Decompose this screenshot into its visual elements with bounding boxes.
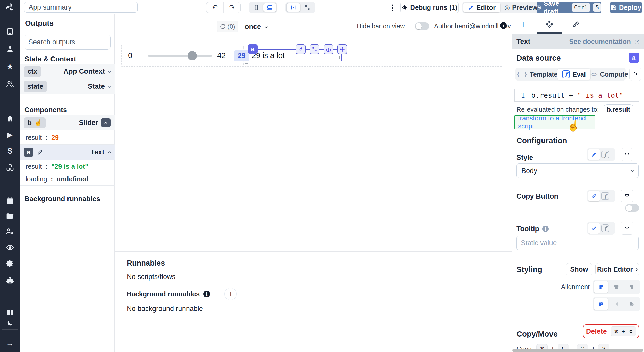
refresh-button[interactable]: (0) xyxy=(217,21,238,32)
search-outputs-input[interactable] xyxy=(24,35,111,50)
tab-preview[interactable]: ◎ Preview xyxy=(500,3,541,12)
align-bottom-icon[interactable] xyxy=(625,298,639,310)
windmill-logo[interactable] xyxy=(5,3,15,12)
style-select[interactable]: Body xyxy=(516,163,639,178)
connect-tooltip-plug-button[interactable] xyxy=(621,222,633,235)
desktop-view-icon[interactable] xyxy=(263,3,276,12)
folders-icon[interactable] xyxy=(6,212,14,220)
delete-component-button[interactable]: Delete ⌘ + ⌫ xyxy=(583,324,639,338)
slider-component[interactable]: 0 42 29 xyxy=(123,46,244,65)
add-background-runnable-button[interactable]: + xyxy=(224,288,237,300)
eval-function-icon[interactable]: ƒ xyxy=(601,192,609,200)
slider-badge-group: b ☝ xyxy=(24,117,46,128)
align-right-icon[interactable] xyxy=(625,281,639,293)
app-summary-input[interactable] xyxy=(24,2,138,13)
align-top-icon[interactable] xyxy=(594,298,608,310)
info-icon[interactable]: i xyxy=(203,291,210,297)
ctx-badge: ctx xyxy=(24,66,41,77)
tab-theme[interactable] xyxy=(570,19,582,30)
static-pencil-icon[interactable] xyxy=(588,223,600,234)
connect-input-plug-button[interactable] xyxy=(629,68,641,81)
workspace-icon[interactable] xyxy=(6,28,14,35)
see-documentation-link[interactable]: See documentation xyxy=(569,38,640,46)
groups-icon[interactable] xyxy=(6,80,14,88)
data-source-mode-tabs: { } Template ƒ Eval <> Compute xyxy=(515,68,626,81)
move-component-button[interactable] xyxy=(337,44,347,54)
collapse-slider-button[interactable] xyxy=(101,118,111,127)
chevron-up-icon[interactable] xyxy=(108,151,111,154)
component-row-text[interactable]: a Text xyxy=(20,144,115,160)
align-center-horizontal-icon[interactable] xyxy=(609,281,624,293)
reeval-dependency-pill[interactable]: b.result xyxy=(603,104,634,114)
text-result-value: "29 is a lot" xyxy=(51,162,88,170)
favorites-star-icon[interactable]: ★ xyxy=(6,62,14,71)
collapse-rail-arrow-icon[interactable]: → xyxy=(6,339,14,348)
center-content-icon[interactable] xyxy=(286,3,300,12)
debug-runs-label: Debug runs (1) xyxy=(410,4,457,12)
variables-dollar-icon[interactable]: $ xyxy=(8,146,12,156)
eval-code-editor[interactable]: 1 b.result + " is a lot" xyxy=(514,89,639,102)
edit-component-button[interactable] xyxy=(296,44,306,54)
copy-button-toggle[interactable] xyxy=(625,204,639,212)
tab-compute[interactable]: <> Compute xyxy=(590,71,628,78)
chevron-down-icon[interactable] xyxy=(108,85,111,88)
resources-cubes-icon[interactable] xyxy=(6,163,14,172)
colon: : xyxy=(51,175,53,183)
align-center-vertical-icon[interactable] xyxy=(609,298,624,310)
slider-value-badge: 29 xyxy=(234,50,250,61)
static-pencil-icon[interactable] xyxy=(588,191,600,201)
tooltip-input[interactable] xyxy=(516,236,639,250)
align-left-icon[interactable] xyxy=(594,281,608,293)
eval-function-icon[interactable]: ƒ xyxy=(601,151,609,158)
component-row-slider[interactable]: b ☝ Slider xyxy=(20,115,115,130)
redo-icon[interactable]: ↷ xyxy=(223,2,240,13)
workers-icon[interactable] xyxy=(6,227,14,236)
settings-gear-icon[interactable] xyxy=(6,259,14,268)
eval-function-icon[interactable]: ƒ xyxy=(601,224,609,232)
horizontal-scrollbar[interactable] xyxy=(512,349,643,352)
tab-editor[interactable]: Editor xyxy=(463,3,500,12)
show-styling-button[interactable]: Show xyxy=(566,263,592,275)
output-row-ctx[interactable]: ctx App Context xyxy=(20,64,115,79)
mobile-view-icon[interactable] xyxy=(250,3,263,12)
static-pencil-icon[interactable] xyxy=(588,149,600,160)
chevron-down-icon[interactable] xyxy=(108,70,111,73)
tab-insert-plus-icon[interactable]: + xyxy=(518,19,529,30)
home-icon[interactable] xyxy=(6,115,14,122)
styling-title: Styling xyxy=(516,265,542,274)
debug-runs-button[interactable]: Debug runs (1) xyxy=(400,2,459,13)
fullscreen-icon[interactable] xyxy=(300,3,314,12)
template-label: Template xyxy=(530,71,558,78)
runs-play-icon[interactable]: ▶ xyxy=(7,130,13,139)
tab-component-settings[interactable] xyxy=(544,19,555,30)
connect-copy-button-plug-button[interactable] xyxy=(621,190,633,202)
more-options-kebab-icon[interactable]: ⋮ xyxy=(389,2,396,13)
connect-style-plug-button[interactable] xyxy=(621,148,633,161)
info-icon[interactable]: i xyxy=(500,22,507,29)
tab-eval[interactable]: ƒ Eval xyxy=(557,69,590,80)
component-id-tag[interactable]: a xyxy=(248,44,258,54)
audit-eye-icon[interactable] xyxy=(6,243,14,252)
hide-bar-toggle[interactable] xyxy=(415,22,429,30)
tab-template[interactable]: { } Template xyxy=(516,71,557,78)
undo-icon[interactable]: ↶ xyxy=(206,2,223,13)
docs-book-icon[interactable] xyxy=(6,308,14,316)
dark-mode-moon-icon[interactable] xyxy=(6,320,14,327)
resize-handle[interactable] xyxy=(245,61,248,64)
save-draft-button[interactable]: Save draft Ctrl S xyxy=(537,2,601,13)
anchor-component-button[interactable] xyxy=(324,44,333,54)
ai-robot-icon[interactable] xyxy=(6,276,14,285)
schedules-calendar-icon[interactable] xyxy=(6,197,14,204)
rich-editor-button[interactable]: Rich Editor xyxy=(595,263,639,275)
slider-track[interactable] xyxy=(148,55,212,57)
user-icon[interactable] xyxy=(6,45,14,53)
info-icon[interactable]: i xyxy=(542,226,549,232)
output-row-state[interactable]: state State xyxy=(20,79,115,94)
deploy-button[interactable]: Deploy xyxy=(610,2,642,13)
resize-handle[interactable] xyxy=(336,56,340,59)
recompute-mode-dropdown[interactable]: once xyxy=(245,21,267,32)
slider-handle[interactable] xyxy=(188,51,197,60)
transform-to-frontend-script-link[interactable]: transform to a frontend script xyxy=(514,115,595,129)
expand-component-button[interactable] xyxy=(310,44,319,54)
components-title: Components xyxy=(24,106,67,114)
